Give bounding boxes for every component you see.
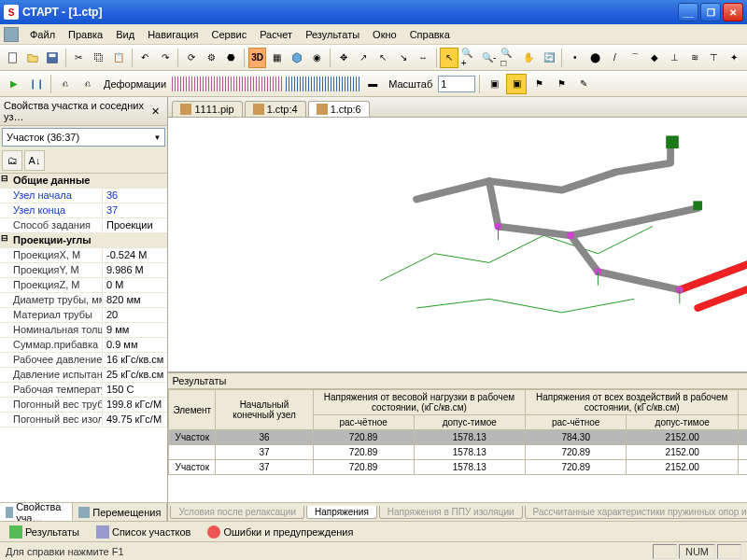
prop-val[interactable]: 36 — [103, 189, 167, 203]
nudge1-button[interactable]: ↗ — [354, 48, 372, 68]
move-button[interactable]: ✥ — [334, 48, 352, 68]
minimize-button[interactable]: __ — [678, 3, 698, 21]
tool2-icon[interactable]: ⬣ — [222, 48, 240, 68]
open-button[interactable] — [23, 48, 41, 68]
paste-button[interactable]: 📋 — [109, 48, 127, 68]
3d-button[interactable]: 3D — [248, 48, 266, 68]
menu-view[interactable]: Вид — [110, 27, 140, 42]
nudge3-button[interactable]: ↘ — [394, 48, 412, 68]
anim-icon1[interactable]: ⎌ — [55, 74, 76, 94]
table-row[interactable]: Участок37 720.891578.13 720.892152.00 16… — [169, 460, 747, 475]
deform-slider[interactable] — [172, 77, 284, 91]
refresh-button[interactable]: ⟳ — [182, 48, 200, 68]
pointer-button[interactable]: ↖ — [440, 48, 458, 68]
play-button[interactable]: ▶ — [4, 74, 24, 94]
view-button[interactable]: ▦ — [268, 48, 286, 68]
anim-btn5[interactable]: ✎ — [573, 74, 594, 94]
rtab-springs[interactable]: Рассчитанные характеристики пружинных оп… — [525, 506, 747, 519]
misc-button[interactable]: ✦ — [726, 48, 743, 68]
col-group2[interactable]: Напряжения от всех воздействий в рабочем… — [526, 390, 739, 415]
anim-btn2[interactable]: ▣ — [506, 74, 527, 94]
prop-val[interactable]: 199.8 кГс/М — [103, 398, 167, 412]
prop-val[interactable]: 0 М — [103, 278, 167, 292]
prop-val[interactable]: 37 — [103, 203, 167, 217]
rtab-ppu[interactable]: Напряжения в ППУ изоляции — [379, 506, 523, 519]
anim-icon2[interactable]: ⎌ — [78, 74, 98, 94]
anim-btn1[interactable]: ▣ — [484, 74, 504, 94]
bbtab-results[interactable]: Результаты — [4, 524, 85, 540]
pause-button[interactable]: ❙❙ — [26, 74, 47, 94]
tool-icon[interactable]: ⚙ — [202, 48, 219, 68]
col-element[interactable]: Элемент — [169, 390, 216, 430]
support-button[interactable]: ⊥ — [666, 48, 684, 68]
node2-button[interactable]: ⬤ — [585, 48, 603, 68]
col-group1[interactable]: Напряжения от весовой нагрузки в рабочем… — [313, 390, 525, 415]
prop-val[interactable]: -0.524 М — [103, 248, 167, 262]
tab-movements[interactable]: Перемещения — [73, 503, 167, 521]
menu-calc[interactable]: Расчет — [254, 27, 298, 42]
cut-button[interactable]: ✂ — [70, 48, 88, 68]
prop-val[interactable]: 9 мм — [103, 323, 167, 337]
prop-val[interactable]: 49.75 кГс/М — [103, 413, 167, 427]
prop-val[interactable]: 25 кГс/кв.см — [103, 368, 167, 382]
table-row[interactable]: 37 720.891578.13 720.892152.00 164.02220… — [169, 445, 747, 460]
hanger-button[interactable]: ⊤ — [705, 48, 723, 68]
pan-button[interactable]: ✋ — [520, 48, 538, 68]
save-button[interactable] — [44, 48, 62, 68]
table-row[interactable]: Участок36 720.891578.13 784.302152.00 28… — [169, 430, 747, 445]
line-button[interactable]: / — [606, 48, 624, 68]
prop-val[interactable]: 820 мм — [103, 293, 167, 307]
close-button[interactable]: ✕ — [723, 3, 743, 21]
zoom-in-button[interactable]: 🔍+ — [460, 48, 478, 68]
render-button[interactable]: ◉ — [308, 48, 326, 68]
menu-help[interactable]: Справка — [404, 27, 456, 42]
tab-properties[interactable]: Свойства уча… — [0, 503, 73, 521]
menu-service[interactable]: Сервис — [205, 27, 252, 42]
group-general[interactable]: Общие данные — [9, 174, 103, 188]
prop-val[interactable]: 150 С — [103, 383, 167, 397]
property-grid[interactable]: ⊟Общие данные Узел начала36 Узел конца37… — [0, 173, 167, 502]
undo-button[interactable]: ↶ — [136, 48, 154, 68]
maximize-button[interactable]: ❐ — [700, 3, 721, 21]
bbtab-list[interactable]: Список участков — [91, 524, 196, 540]
menu-file[interactable]: Файл — [24, 27, 61, 42]
zoom-fit-button[interactable]: 🔍□ — [500, 48, 517, 68]
results-table[interactable]: Элемент Начальный конечный узел Напряжен… — [168, 389, 747, 475]
menu-results[interactable]: Результаты — [300, 27, 365, 42]
copy-button[interactable]: ⿻ — [90, 48, 107, 68]
group-proj[interactable]: Проекции-углы — [9, 233, 103, 247]
menu-edit[interactable]: Правка — [63, 27, 108, 42]
spring-button[interactable]: ≋ — [685, 48, 703, 68]
nudge2-button[interactable]: ↖ — [374, 48, 392, 68]
doc-tab[interactable]: 1.ctp:4 — [245, 101, 306, 117]
rotate-button[interactable]: 🔄 — [540, 48, 557, 68]
prop-val[interactable]: Проекции — [103, 218, 167, 232]
prop-val[interactable]: 0.9 мм — [103, 338, 167, 352]
anim-btn3[interactable]: ⚑ — [529, 74, 549, 94]
prop-val[interactable]: 16 кГс/кв.см — [103, 353, 167, 367]
doc-tab[interactable]: 1111.pip — [172, 101, 242, 117]
sort-az-button[interactable]: A↓ — [24, 150, 45, 171]
menu-window[interactable]: Окно — [367, 27, 402, 42]
rtab-stress[interactable]: Напряжения — [306, 506, 377, 519]
scale-down-icon[interactable]: ▬ — [362, 74, 383, 94]
menu-nav[interactable]: Навигация — [142, 27, 204, 42]
prop-name[interactable]: Узел начала — [9, 189, 103, 203]
redo-button[interactable]: ↷ — [156, 48, 174, 68]
zoom-out-button[interactable]: 🔍- — [480, 48, 498, 68]
arc-button[interactable]: ⌒ — [626, 48, 643, 68]
prop-val[interactable]: 9.986 М — [103, 263, 167, 277]
panel-close-button[interactable]: ✕ — [148, 105, 163, 118]
sort-cat-button[interactable]: 🗂 — [2, 150, 22, 171]
cube-button[interactable] — [289, 48, 306, 68]
deform-slider2[interactable] — [286, 77, 360, 91]
3d-viewport[interactable]: X Z Y — [168, 118, 747, 371]
prop-name[interactable]: Узел конца — [9, 203, 103, 217]
node-button[interactable]: • — [566, 48, 584, 68]
nudge4-button[interactable]: ↔ — [414, 48, 431, 68]
segment-combo[interactable]: Участок (36:37) ▼ — [2, 128, 165, 147]
bbtab-errors[interactable]: Ошибки и предупреждения — [202, 524, 359, 540]
col-endnode[interactable]: Начальный конечный узел — [216, 390, 314, 430]
col-group3[interactable]: Напряжения от всех воздействий в холодно… — [739, 390, 747, 415]
new-button[interactable] — [4, 48, 21, 68]
